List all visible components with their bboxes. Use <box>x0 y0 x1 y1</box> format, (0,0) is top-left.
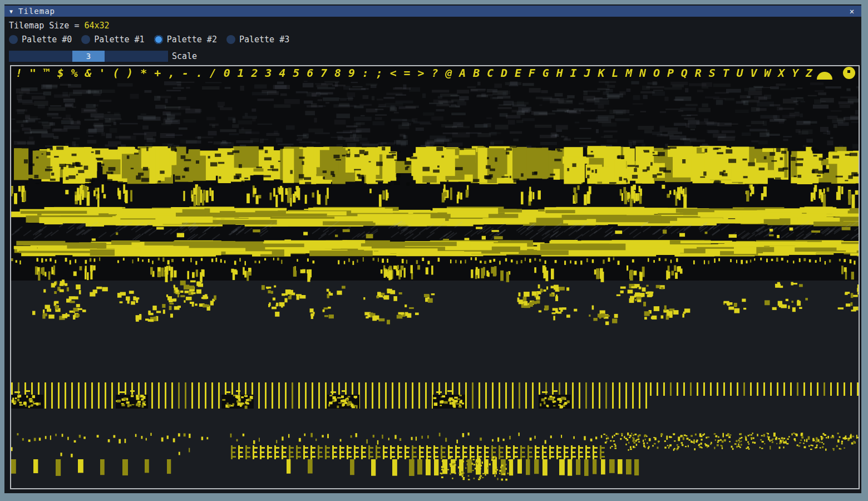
palette-radio-3[interactable]: Palette #3 <box>226 35 289 45</box>
tilemap-viewport <box>10 65 860 489</box>
tilemap-size-label: Tilemap Size = <box>9 21 84 31</box>
palette-radio-label: Palette #0 <box>22 35 72 45</box>
scale-slider-row: 3 Scale <box>9 51 197 62</box>
palette-radio-label: Palette #3 <box>239 35 289 45</box>
radio-circle-icon[interactable] <box>226 35 235 44</box>
palette-radio-1[interactable]: Palette #1 <box>81 35 144 45</box>
desktop: { "window": { "title": "Tilemap", "colla… <box>0 0 868 501</box>
radio-circle-icon[interactable] <box>9 35 18 44</box>
palette-radio-group: Palette #0 Palette #1 Palette #2 Palette… <box>9 35 299 45</box>
palette-radio-2[interactable]: Palette #2 <box>154 35 217 45</box>
title-bar[interactable]: ▼ Tilemap ✕ <box>4 6 861 17</box>
palette-radio-label: Palette #1 <box>94 35 144 45</box>
palette-radio-0[interactable]: Palette #0 <box>9 35 72 45</box>
scale-label: Scale <box>172 51 197 61</box>
tilemap-size-row: Tilemap Size = 64x32 <box>9 21 110 31</box>
tilemap-window: ▼ Tilemap ✕ Tilemap Size = 64x32 Palette… <box>4 4 861 493</box>
tilemap-canvas[interactable] <box>11 66 859 488</box>
radio-circle-icon[interactable] <box>81 35 90 44</box>
tilemap-size-value: 64x32 <box>84 21 109 31</box>
scale-slider-grabber[interactable]: 3 <box>72 51 105 62</box>
collapse-triangle-icon[interactable]: ▼ <box>9 8 13 14</box>
radio-circle-icon[interactable] <box>154 35 163 44</box>
palette-radio-label: Palette #2 <box>167 35 217 45</box>
window-title: Tilemap <box>18 7 55 16</box>
close-icon[interactable]: ✕ <box>847 6 857 16</box>
scale-slider-track[interactable]: 3 <box>9 51 168 62</box>
